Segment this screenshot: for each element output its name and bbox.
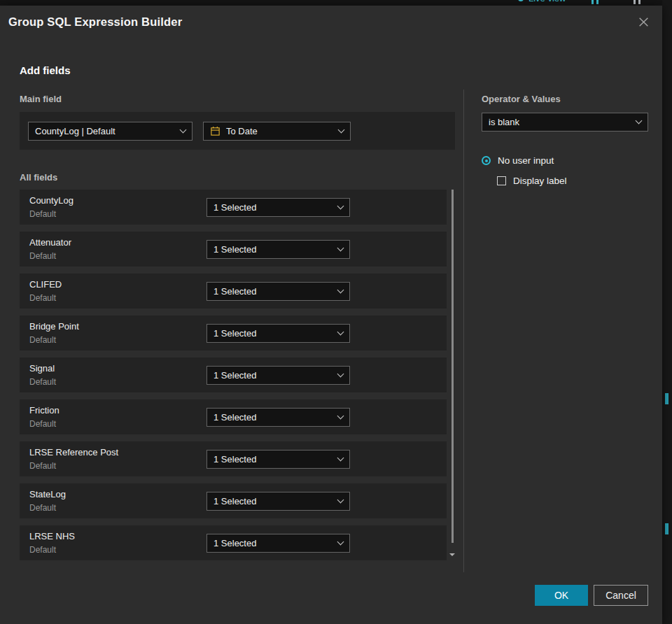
field-values-select[interactable]: 1 Selected	[206, 324, 350, 343]
field-values-select[interactable]: 1 Selected	[206, 240, 350, 259]
chevron-down-icon	[337, 329, 344, 336]
chevron-down-icon	[337, 287, 344, 294]
field-row: StateLog Default 1 Selected	[20, 483, 447, 518]
date-field-select[interactable]: To Date	[203, 122, 351, 141]
field-select-value: 1 Selected	[214, 538, 256, 548]
no-user-input-option: No user input	[482, 155, 648, 166]
field-select-value: 1 Selected	[214, 454, 256, 465]
field-subtitle: Default	[29, 209, 74, 219]
field-select-value: 1 Selected	[214, 328, 256, 339]
operator-select-value: is blank	[489, 117, 519, 127]
field-name: LRSE NHS	[29, 531, 75, 541]
chevron-down-icon	[337, 203, 344, 210]
field-row: CountyLog Default 1 Selected	[20, 190, 447, 225]
field-row: LRSE NHS Default 1 Selected	[20, 525, 447, 560]
main-field-select[interactable]: CountyLog | Default	[28, 122, 192, 141]
field-select-value: 1 Selected	[214, 412, 256, 423]
backdrop-right-edge	[662, 0, 672, 624]
chevron-down-icon	[337, 413, 344, 420]
scroll-down-arrow-icon[interactable]	[449, 553, 455, 559]
field-values-select[interactable]: 1 Selected	[206, 408, 350, 427]
pause-bars-icon[interactable]	[592, 0, 598, 4]
cancel-button[interactable]: Cancel	[594, 585, 648, 606]
operator-values-column: Operator & Values is blank No user input…	[482, 94, 648, 186]
field-select-value: 1 Selected	[214, 286, 256, 297]
field-values-select[interactable]: 1 Selected	[206, 450, 350, 469]
field-name: CLIFED	[29, 279, 62, 290]
dialog-header: Group SQL Expression Builder	[0, 6, 662, 38]
display-label-option: Display label	[497, 176, 648, 186]
add-fields-heading: Add fields	[20, 64, 71, 76]
field-name: LRSE Reference Post	[29, 447, 118, 458]
field-values-select[interactable]: 1 Selected	[206, 282, 350, 301]
chevron-down-icon	[338, 126, 345, 133]
field-subtitle: Default	[29, 377, 56, 387]
dialog-title: Group SQL Expression Builder	[8, 15, 182, 29]
no-user-input-label: No user input	[498, 155, 554, 166]
backdrop-toolbar: Live view	[0, 0, 662, 6]
main-field-select-value: CountyLog | Default	[35, 126, 115, 136]
close-button[interactable]	[635, 13, 652, 31]
group-sql-expression-builder-dialog: Group SQL Expression Builder Add fields …	[0, 6, 662, 624]
operator-select[interactable]: is blank	[482, 113, 648, 132]
field-row-text: LRSE Reference Post Default	[29, 447, 118, 471]
chevron-down-icon	[337, 455, 344, 462]
field-row: CLIFED Default 1 Selected	[20, 274, 447, 309]
field-row-text: Signal Default	[29, 363, 56, 387]
field-row-text: Friction Default	[29, 405, 59, 429]
field-name: Bridge Point	[29, 321, 79, 332]
edge-accent-mark	[665, 523, 668, 534]
live-view-indicator[interactable]: Live view	[518, 0, 566, 3]
field-row: LRSE Reference Post Default 1 Selected	[20, 441, 447, 476]
field-row: Friction Default 1 Selected	[20, 399, 447, 434]
chevron-down-icon	[636, 118, 643, 125]
field-name: StateLog	[29, 489, 66, 499]
all-fields-list: CountyLog Default 1 Selected Attenuator …	[20, 190, 455, 560]
operator-values-label: Operator & Values	[482, 94, 648, 104]
main-field-label: Main field	[20, 94, 455, 104]
field-subtitle: Default	[29, 293, 62, 303]
column-divider	[463, 90, 464, 572]
no-user-input-radio[interactable]	[482, 156, 491, 165]
ok-button[interactable]: OK	[535, 585, 588, 606]
field-subtitle: Default	[29, 335, 79, 345]
field-subtitle: Default	[29, 545, 75, 555]
field-row-text: Bridge Point Default	[29, 321, 79, 345]
date-select-value: To Date	[226, 126, 258, 136]
field-row-text: Attenuator Default	[29, 237, 71, 261]
window-controls-icon[interactable]	[634, 0, 640, 4]
field-select-value: 1 Selected	[214, 202, 256, 213]
dialog-footer: OK Cancel	[535, 585, 648, 606]
field-row-text: CountyLog Default	[29, 195, 74, 219]
field-name: Friction	[29, 405, 59, 416]
live-view-label: Live view	[528, 0, 566, 3]
field-select-value: 1 Selected	[214, 496, 256, 506]
field-row: Attenuator Default 1 Selected	[20, 232, 447, 267]
scrollbar[interactable]	[449, 190, 455, 560]
field-select-value: 1 Selected	[214, 244, 256, 255]
display-label-label: Display label	[513, 176, 567, 186]
field-values-select[interactable]: 1 Selected	[206, 534, 350, 553]
scrollbar-thumb[interactable]	[451, 190, 454, 543]
field-subtitle: Default	[29, 461, 118, 471]
field-name: Attenuator	[29, 237, 71, 248]
chevron-down-icon	[337, 539, 344, 546]
live-dot-icon	[518, 0, 524, 1]
chevron-down-icon	[337, 371, 344, 378]
calendar-icon	[210, 126, 220, 136]
field-row-text: StateLog Default	[29, 489, 66, 513]
field-values-select[interactable]: 1 Selected	[206, 492, 350, 511]
fields-column: Main field CountyLog | Default To Date	[20, 94, 455, 567]
field-row-text: CLIFED Default	[29, 279, 62, 303]
chevron-down-icon	[180, 126, 187, 133]
field-select-value: 1 Selected	[214, 370, 256, 381]
display-label-checkbox[interactable]	[497, 176, 506, 185]
field-values-select[interactable]: 1 Selected	[206, 198, 350, 217]
field-values-select[interactable]: 1 Selected	[206, 366, 350, 385]
chevron-down-icon	[337, 497, 344, 504]
field-row: Signal Default 1 Selected	[20, 357, 447, 392]
main-field-panel: CountyLog | Default To Date	[20, 112, 455, 150]
field-subtitle: Default	[29, 503, 66, 513]
close-icon	[638, 16, 650, 28]
field-name: CountyLog	[29, 195, 74, 206]
